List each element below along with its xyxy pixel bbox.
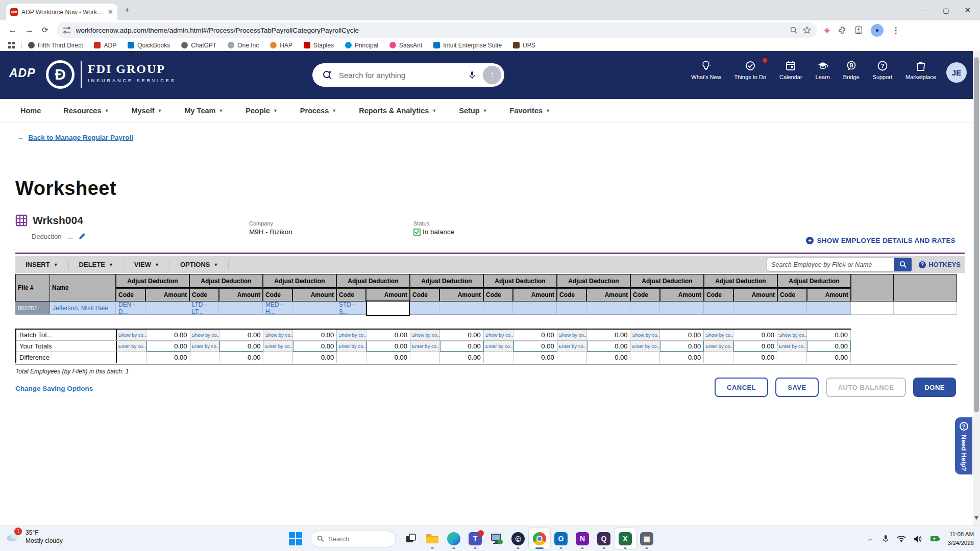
back-to-manage-payroll-link[interactable]: ← Back to Manage Regular Payroll bbox=[17, 134, 133, 141]
done-button[interactable]: DONE bbox=[913, 378, 956, 397]
your-totals-amount-cell[interactable]: 0.00 bbox=[146, 341, 190, 352]
deduction-amount-cell[interactable] bbox=[807, 302, 851, 315]
edit-pencil-icon[interactable] bbox=[78, 233, 86, 240]
your-totals-amount-cell[interactable]: 0.00 bbox=[440, 341, 484, 352]
nav-favorites[interactable]: Favorites ▼ bbox=[510, 107, 550, 115]
nav-my-team[interactable]: My Team ▼ bbox=[184, 107, 223, 115]
your-totals-code-cell[interactable]: Enter by co... bbox=[337, 341, 366, 352]
tray-chevron-icon[interactable]: ︿ bbox=[868, 534, 874, 543]
learn-button[interactable]: Learn bbox=[816, 60, 830, 80]
bookmark-ups[interactable]: UPS bbox=[513, 42, 535, 49]
deduction-amount-cell[interactable] bbox=[145, 302, 189, 315]
things-to-do-button[interactable]: Things to Do bbox=[734, 60, 766, 80]
need-help-tab[interactable]: ? Need Help? bbox=[955, 417, 972, 474]
your-totals-code-cell[interactable]: Enter by co... bbox=[410, 341, 440, 352]
your-totals-code-cell[interactable]: Enter by co... bbox=[117, 341, 146, 352]
deduction-code-cell[interactable] bbox=[410, 302, 439, 315]
taskbar-calculator-icon[interactable]: ▦ bbox=[636, 528, 657, 549]
employee-name[interactable]: Jefferson, Misti Hale bbox=[50, 302, 116, 315]
bookmark-adp[interactable]: ADP bbox=[94, 42, 116, 49]
profile-frame-icon[interactable] bbox=[854, 26, 863, 34]
deduction-code-cell[interactable] bbox=[557, 302, 586, 315]
browser-tab[interactable]: ADP ADP Workforce Now - Workshe ✕ bbox=[6, 4, 117, 20]
batch-totals-code-cell[interactable]: Show by co... bbox=[190, 330, 220, 340]
cancel-button[interactable]: CANCEL bbox=[715, 378, 768, 397]
batch-totals-code-cell[interactable]: Show by co... bbox=[704, 330, 733, 340]
tray-volume-icon[interactable] bbox=[914, 535, 922, 543]
taskbar-edge-icon[interactable] bbox=[443, 528, 464, 549]
deduction-amount-cell[interactable] bbox=[660, 302, 704, 315]
nav-home[interactable]: Home bbox=[20, 107, 41, 115]
back-icon[interactable]: ← bbox=[8, 25, 17, 35]
taskbar-clock[interactable]: 11:08 AM 3/24/2026 bbox=[948, 530, 974, 547]
deduction-code-cell[interactable]: MED - H... bbox=[263, 302, 292, 315]
nav-process[interactable]: Process ▼ bbox=[300, 107, 336, 115]
deduction-code-cell[interactable] bbox=[704, 302, 733, 315]
global-search-bar[interactable]: ↑ bbox=[312, 63, 504, 87]
bookmark-principal[interactable]: Principal bbox=[345, 42, 378, 49]
taskbar-remote-desktop-icon[interactable] bbox=[486, 528, 507, 549]
your-totals-code-cell[interactable]: Enter by co... bbox=[704, 341, 733, 352]
batch-totals-code-cell[interactable]: Show by co... bbox=[777, 330, 807, 340]
taskbar-search[interactable] bbox=[310, 531, 396, 547]
whats-new-button[interactable]: What's New bbox=[691, 60, 721, 80]
kebab-menu-icon[interactable]: ⋮ bbox=[892, 26, 900, 35]
bookmark-star-icon[interactable] bbox=[803, 26, 811, 34]
bookmark-saasant[interactable]: SaasAnt bbox=[389, 42, 422, 49]
nav-myself[interactable]: Myself ▼ bbox=[131, 107, 162, 115]
batch-totals-code-cell[interactable]: Show by co... bbox=[484, 330, 513, 340]
deduction-amount-cell-focused[interactable] bbox=[366, 300, 410, 316]
change-saving-options-link[interactable]: Change Saving Options bbox=[15, 385, 93, 392]
employee-search-input[interactable] bbox=[767, 258, 894, 271]
employee-file-number[interactable]: 002251 bbox=[15, 302, 50, 315]
taskbar-onenote-icon[interactable]: N bbox=[572, 528, 593, 549]
deduction-amount-cell[interactable] bbox=[219, 302, 263, 315]
calendar-button[interactable]: Calendar bbox=[779, 60, 802, 80]
deduction-amount-cell[interactable] bbox=[439, 302, 483, 315]
batch-totals-code-cell[interactable]: Show by co... bbox=[557, 330, 587, 340]
your-totals-code-cell[interactable]: Enter by co... bbox=[557, 341, 587, 352]
deduction-code-cell[interactable] bbox=[483, 302, 513, 315]
taskbar-c-app-icon[interactable]: © bbox=[507, 528, 529, 549]
deduction-amount-cell[interactable] bbox=[513, 302, 557, 315]
user-avatar[interactable]: JE bbox=[946, 62, 967, 83]
hotkeys-link[interactable]: ? HOTKEYS bbox=[919, 261, 961, 268]
bridge-button[interactable]: B Bridge bbox=[843, 60, 860, 80]
browser-profile-avatar[interactable]: ● bbox=[871, 24, 884, 37]
bookmark-fifth-third-direct[interactable]: Fifth Third Direct bbox=[28, 42, 83, 49]
tray-battery-icon[interactable] bbox=[930, 535, 940, 542]
taskbar-task-view-icon[interactable] bbox=[400, 528, 422, 549]
bookmark-one-inc[interactable]: One Inc bbox=[228, 42, 259, 49]
bookmark-quickbooks[interactable]: QuickBooks bbox=[128, 42, 170, 49]
search-submit-icon[interactable]: ↑ bbox=[483, 66, 501, 84]
deduction-code-cell[interactable]: DEN - D... bbox=[116, 302, 145, 315]
your-totals-amount-cell[interactable]: 0.00 bbox=[293, 341, 337, 352]
deduction-amount-cell[interactable] bbox=[586, 302, 630, 315]
your-totals-amount-cell[interactable]: 0.00 bbox=[733, 341, 777, 352]
deduction-amount-cell[interactable] bbox=[733, 302, 777, 315]
apps-grid-icon[interactable] bbox=[8, 42, 15, 49]
your-totals-code-cell[interactable]: Enter by co... bbox=[263, 341, 293, 352]
bookmark-staples[interactable]: Staples bbox=[304, 42, 334, 49]
page-scrollbar-thumb[interactable] bbox=[974, 57, 979, 412]
pinned-extension-icon[interactable]: ◈ bbox=[824, 26, 830, 35]
batch-totals-code-cell[interactable]: Show by co... bbox=[117, 330, 146, 340]
bookmark-intuit-enterprise-suite[interactable]: Intuit Enterprise Suite bbox=[433, 42, 502, 49]
taskbar-teams-icon[interactable]: T bbox=[464, 528, 486, 549]
global-search-input[interactable] bbox=[339, 71, 461, 80]
view-menu[interactable]: VIEW▼ bbox=[124, 260, 170, 270]
taskbar-outlook-icon[interactable]: O bbox=[550, 528, 572, 549]
delete-menu[interactable]: DELETE▼ bbox=[69, 260, 124, 270]
your-totals-amount-cell[interactable]: 0.00 bbox=[513, 341, 557, 352]
adp-logo[interactable]: ADP bbox=[9, 66, 36, 80]
zoom-icon[interactable] bbox=[790, 26, 798, 34]
window-close-button[interactable]: ✕ bbox=[964, 6, 971, 15]
your-totals-code-cell[interactable]: Enter by co... bbox=[190, 341, 220, 352]
employee-search-button[interactable] bbox=[894, 258, 912, 271]
deduction-amount-cell[interactable] bbox=[292, 302, 336, 315]
your-totals-amount-cell[interactable]: 0.00 bbox=[807, 341, 851, 352]
batch-totals-code-cell[interactable]: Show by co... bbox=[263, 330, 293, 340]
insert-menu[interactable]: INSERT▼ bbox=[15, 260, 69, 270]
tray-microphone-icon[interactable] bbox=[882, 535, 889, 543]
taskbar-weather[interactable]: 1 35°F Mostly cloudy bbox=[5, 529, 63, 545]
